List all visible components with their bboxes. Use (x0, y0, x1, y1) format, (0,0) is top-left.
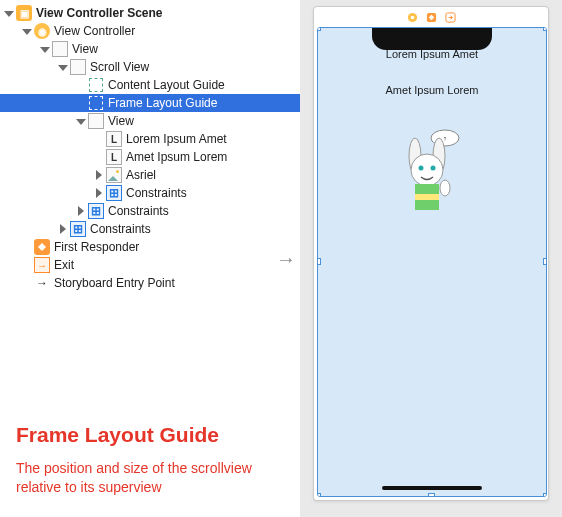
asriel-image[interactable]: ? (397, 128, 467, 218)
constraints-icon: ⊞ (106, 185, 122, 201)
label-icon: L (106, 149, 122, 165)
svg-point-9 (411, 154, 443, 186)
disclosure-icon[interactable] (58, 224, 68, 234)
disclosure-icon[interactable] (94, 188, 104, 198)
disclosure-icon[interactable] (76, 206, 86, 216)
tree-row-view[interactable]: View (0, 40, 300, 58)
exit-icon (34, 257, 50, 273)
tree-row-constraints-inner[interactable]: ⊞ Constraints (0, 184, 300, 202)
interface-builder-canvas[interactable]: → Lorem Ipsum Amet (300, 0, 562, 517)
tree-row-first-responder[interactable]: First Responder (0, 238, 300, 256)
tree-label: Storyboard Entry Point (54, 276, 175, 290)
tree-row-viewcontroller[interactable]: ◉ View Controller (0, 22, 300, 40)
canvas-label-2[interactable]: Amet Ipsum Lorem (318, 84, 546, 96)
tree-row-label2[interactable]: L Amet Ipsum Lorem (0, 148, 300, 166)
viewcontroller-icon: ◉ (34, 23, 50, 39)
svg-text:?: ? (444, 136, 447, 142)
imageview-icon (106, 167, 122, 183)
disclosure-icon[interactable] (58, 62, 68, 72)
annotation-title: Frame Layout Guide (16, 423, 284, 447)
resize-handle[interactable] (543, 258, 547, 265)
disclosure-icon[interactable] (4, 8, 14, 18)
layout-guide-icon (88, 95, 104, 111)
svg-point-11 (431, 166, 436, 171)
scene-titlebar[interactable] (314, 7, 548, 27)
resize-handle[interactable] (543, 493, 547, 497)
resize-handle[interactable] (428, 493, 435, 497)
svg-rect-13 (415, 194, 439, 200)
disclosure-icon[interactable] (76, 116, 86, 126)
tree-row-asriel[interactable]: Asriel (0, 166, 300, 184)
tree-row-inner-view[interactable]: View (0, 112, 300, 130)
disclosure-icon[interactable] (40, 44, 50, 54)
first-responder-dock-icon[interactable] (426, 12, 437, 23)
resize-handle[interactable] (543, 27, 547, 31)
tree-label: Lorem Ipsum Amet (126, 132, 227, 146)
tree-label: View Controller Scene (36, 6, 163, 20)
view-icon (88, 113, 104, 129)
arrow-connector-icon: → (276, 248, 296, 271)
scene-icon: ▣ (16, 5, 32, 21)
tree-label: Constraints (108, 204, 169, 218)
viewcontroller-dock-icon[interactable] (407, 12, 418, 23)
svg-point-10 (419, 166, 424, 171)
tree-label: First Responder (54, 240, 139, 254)
tree-label: Frame Layout Guide (108, 96, 217, 110)
layout-guide-icon (88, 77, 104, 93)
disclosure-icon[interactable] (94, 170, 104, 180)
scrollview-icon (70, 59, 86, 75)
annotation-area: Frame Layout Guide The position and size… (0, 423, 300, 517)
phone-screen[interactable]: Lorem Ipsum Amet Amet Ipsum Lorem ? (317, 27, 547, 497)
tree-label: Exit (54, 258, 74, 272)
phone-notch (372, 28, 492, 50)
tree-row-constraints-scroll[interactable]: ⊞ Constraints (0, 202, 300, 220)
tree-label: View (72, 42, 98, 56)
tree-label: Content Layout Guide (108, 78, 225, 92)
svg-rect-14 (415, 200, 439, 210)
tree-label: View (108, 114, 134, 128)
document-outline: ▣ View Controller Scene ◉ View Controlle… (0, 0, 300, 517)
resize-handle[interactable] (317, 258, 321, 265)
svg-point-15 (440, 180, 450, 196)
tree-row-label1[interactable]: L Lorem Ipsum Amet (0, 130, 300, 148)
tree-label: Constraints (126, 186, 187, 200)
label-icon: L (106, 131, 122, 147)
constraints-icon: ⊞ (70, 221, 86, 237)
resize-handle[interactable] (317, 493, 321, 497)
tree-label: Scroll View (90, 60, 149, 74)
tree-label: View Controller (54, 24, 135, 38)
scene-window[interactable]: Lorem Ipsum Amet Amet Ipsum Lorem ? (313, 6, 549, 501)
entry-point-icon (34, 275, 50, 291)
tree-row-frame-layout-guide[interactable]: Frame Layout Guide (0, 94, 300, 112)
view-icon (52, 41, 68, 57)
exit-dock-icon[interactable] (445, 12, 456, 23)
tree-row-scrollview[interactable]: Scroll View (0, 58, 300, 76)
first-responder-icon (34, 239, 50, 255)
annotation-subtitle: The position and size of the scrollview … (16, 459, 284, 497)
tree-row-entry-point[interactable]: Storyboard Entry Point (0, 274, 300, 292)
resize-handle[interactable] (317, 27, 321, 31)
tree-row-constraints-view[interactable]: ⊞ Constraints (0, 220, 300, 238)
svg-point-1 (410, 15, 414, 19)
svg-rect-12 (415, 184, 439, 194)
tree-label: Amet Ipsum Lorem (126, 150, 227, 164)
tree-row-content-layout-guide[interactable]: Content Layout Guide (0, 76, 300, 94)
constraints-icon: ⊞ (88, 203, 104, 219)
tree-label: Constraints (90, 222, 151, 236)
tree-row-exit[interactable]: Exit (0, 256, 300, 274)
tree-row-scene[interactable]: ▣ View Controller Scene (0, 4, 300, 22)
tree-label: Asriel (126, 168, 156, 182)
home-indicator (382, 486, 482, 490)
disclosure-icon[interactable] (22, 26, 32, 36)
